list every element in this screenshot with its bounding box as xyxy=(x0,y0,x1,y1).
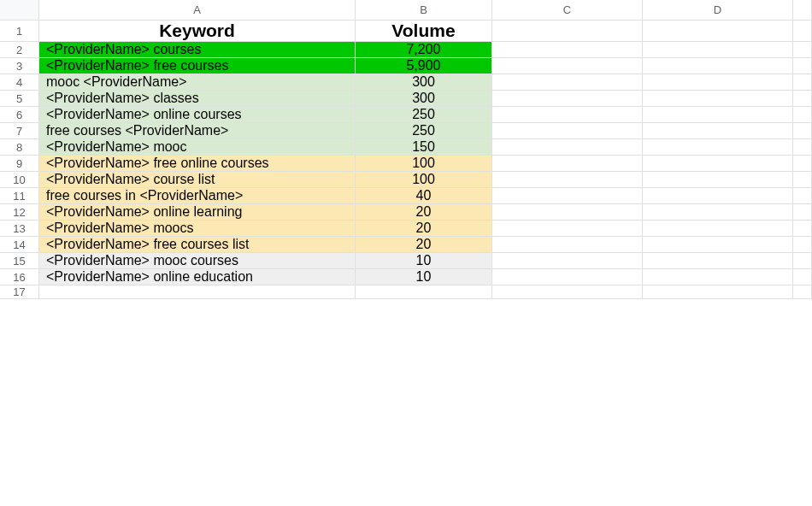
row-header[interactable]: 11 xyxy=(0,188,39,204)
cell-empty[interactable] xyxy=(492,237,643,253)
row-header[interactable]: 16 xyxy=(0,269,39,285)
row-header[interactable]: 14 xyxy=(0,237,39,253)
row-header[interactable]: 7 xyxy=(0,123,39,139)
row-header[interactable]: 17 xyxy=(0,285,39,299)
cell-empty[interactable] xyxy=(793,204,812,221)
cell-empty[interactable] xyxy=(643,188,793,204)
cell-keyword[interactable]: <ProviderName> moocs xyxy=(39,221,356,237)
cell-volume[interactable]: 150 xyxy=(356,139,492,156)
cell-empty[interactable] xyxy=(643,42,793,58)
cell-volume[interactable]: 20 xyxy=(356,237,492,253)
row-header[interactable]: 9 xyxy=(0,156,39,172)
cell-empty[interactable] xyxy=(492,74,643,91)
cell-empty[interactable] xyxy=(793,21,812,42)
cell-keyword[interactable]: <ProviderName> free online courses xyxy=(39,156,356,172)
cell-keyword[interactable]: <ProviderName> online education xyxy=(39,269,356,285)
header-volume[interactable]: Volume xyxy=(356,21,492,42)
cell-empty[interactable] xyxy=(643,123,793,139)
row-header[interactable]: 13 xyxy=(0,221,39,237)
row-header[interactable]: 4 xyxy=(0,74,39,91)
cell-empty[interactable] xyxy=(793,139,812,156)
cell-volume[interactable]: 20 xyxy=(356,204,492,221)
cell-empty[interactable] xyxy=(492,172,643,188)
cell-empty[interactable] xyxy=(643,253,793,269)
cell-empty[interactable] xyxy=(793,156,812,172)
cell-empty[interactable] xyxy=(793,285,812,299)
cell-volume[interactable]: 250 xyxy=(356,107,492,123)
spreadsheet-grid[interactable]: A B C D 1 Keyword Volume 2 <ProviderName… xyxy=(0,0,812,299)
cell-empty[interactable] xyxy=(793,237,812,253)
cell-keyword[interactable]: <ProviderName> free courses xyxy=(39,58,356,74)
cell-empty[interactable] xyxy=(643,172,793,188)
column-header-B[interactable]: B xyxy=(356,0,492,21)
cell-keyword[interactable]: <ProviderName> mooc xyxy=(39,139,356,156)
cell-volume[interactable]: 10 xyxy=(356,253,492,269)
row-header[interactable]: 10 xyxy=(0,172,39,188)
cell-empty[interactable] xyxy=(793,107,812,123)
cell-empty[interactable] xyxy=(492,123,643,139)
cell-empty[interactable] xyxy=(643,156,793,172)
cell-empty[interactable] xyxy=(643,74,793,91)
header-keyword[interactable]: Keyword xyxy=(39,21,356,42)
cell-empty[interactable] xyxy=(643,58,793,74)
row-header[interactable]: 6 xyxy=(0,107,39,123)
cell-empty[interactable] xyxy=(643,269,793,285)
cell-empty[interactable] xyxy=(492,221,643,237)
cell-volume[interactable]: 40 xyxy=(356,188,492,204)
cell-empty[interactable] xyxy=(643,285,793,299)
cell-empty[interactable] xyxy=(643,221,793,237)
cell-keyword[interactable]: <ProviderName> online courses xyxy=(39,107,356,123)
cell-empty[interactable] xyxy=(643,139,793,156)
cell-empty[interactable] xyxy=(643,107,793,123)
cell-empty[interactable] xyxy=(492,107,643,123)
cell-empty[interactable] xyxy=(643,21,793,42)
cell-keyword[interactable]: mooc <ProviderName> xyxy=(39,74,356,91)
cell-volume[interactable]: 250 xyxy=(356,123,492,139)
cell-keyword[interactable]: free courses <ProviderName> xyxy=(39,123,356,139)
cell-volume[interactable]: 300 xyxy=(356,91,492,107)
cell-empty[interactable] xyxy=(492,269,643,285)
cell-empty[interactable] xyxy=(492,58,643,74)
cell-empty[interactable] xyxy=(356,285,492,299)
cell-empty[interactable] xyxy=(793,74,812,91)
cell-empty[interactable] xyxy=(492,253,643,269)
row-header[interactable]: 15 xyxy=(0,253,39,269)
column-header-D[interactable]: D xyxy=(643,0,793,21)
cell-empty[interactable] xyxy=(492,188,643,204)
cell-empty[interactable] xyxy=(492,139,643,156)
cell-volume[interactable]: 100 xyxy=(356,156,492,172)
cell-empty[interactable] xyxy=(643,237,793,253)
cell-empty[interactable] xyxy=(793,269,812,285)
row-header[interactable]: 8 xyxy=(0,139,39,156)
cell-empty[interactable] xyxy=(793,188,812,204)
cell-keyword[interactable]: <ProviderName> classes xyxy=(39,91,356,107)
cell-empty[interactable] xyxy=(492,285,643,299)
cell-volume[interactable]: 20 xyxy=(356,221,492,237)
cell-empty[interactable] xyxy=(793,123,812,139)
cell-keyword[interactable]: <ProviderName> free courses list xyxy=(39,237,356,253)
cell-empty[interactable] xyxy=(492,91,643,107)
cell-empty[interactable] xyxy=(793,42,812,58)
cell-empty[interactable] xyxy=(793,172,812,188)
cell-volume[interactable]: 7,200 xyxy=(356,42,492,58)
cell-volume[interactable]: 100 xyxy=(356,172,492,188)
cell-keyword[interactable]: <ProviderName> courses xyxy=(39,42,356,58)
row-header[interactable]: 3 xyxy=(0,58,39,74)
row-header[interactable]: 2 xyxy=(0,42,39,58)
cell-empty[interactable] xyxy=(793,58,812,74)
cell-empty[interactable] xyxy=(793,91,812,107)
column-header-A[interactable]: A xyxy=(39,0,356,21)
cell-empty[interactable] xyxy=(643,91,793,107)
row-header[interactable]: 5 xyxy=(0,91,39,107)
cell-empty[interactable] xyxy=(492,21,643,42)
cell-empty[interactable] xyxy=(793,253,812,269)
cell-empty[interactable] xyxy=(39,285,356,299)
cell-empty[interactable] xyxy=(643,204,793,221)
cell-empty[interactable] xyxy=(492,42,643,58)
row-header[interactable]: 1 xyxy=(0,21,39,42)
cell-volume[interactable]: 5,900 xyxy=(356,58,492,74)
cell-empty[interactable] xyxy=(793,221,812,237)
cell-volume[interactable]: 10 xyxy=(356,269,492,285)
cell-empty[interactable] xyxy=(492,156,643,172)
select-all-corner[interactable] xyxy=(0,0,39,21)
